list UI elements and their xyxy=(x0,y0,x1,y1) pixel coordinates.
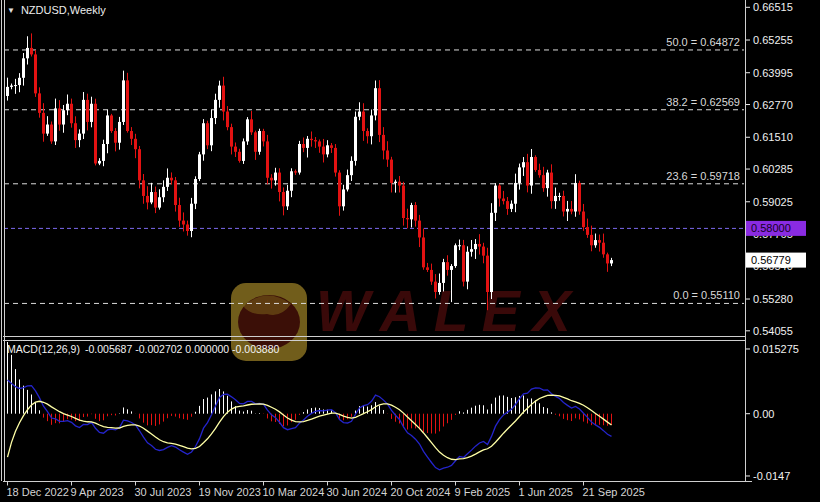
candle-body xyxy=(310,139,313,140)
main-price-panel[interactable]: 50.0 = 0.6487238.2 = 0.6256923.6 = 0.597… xyxy=(4,33,744,310)
candle-body xyxy=(102,144,105,161)
candle-body xyxy=(222,86,225,112)
candle-body xyxy=(526,162,529,185)
candle-body xyxy=(590,235,593,245)
candle-body xyxy=(242,141,245,160)
candle-body xyxy=(210,118,213,145)
candle-body xyxy=(382,135,385,151)
price-axis-label: 0.61510 xyxy=(753,131,793,143)
macd-axis[interactable]: 0.0152750.00-0.0147 xyxy=(746,343,799,482)
candle-body xyxy=(434,282,437,292)
candle-body xyxy=(314,140,317,141)
candle-body xyxy=(466,252,469,282)
candle-body xyxy=(278,173,281,192)
candle-body xyxy=(518,167,521,183)
candle-body xyxy=(486,256,489,292)
candle-body xyxy=(266,141,269,177)
candle-body xyxy=(322,147,325,155)
candle-body xyxy=(134,139,137,149)
candle-body xyxy=(62,110,65,124)
candle-body xyxy=(214,100,217,118)
candle-body xyxy=(66,104,69,110)
horizontal-line-price-text: 0.58000 xyxy=(751,222,791,234)
price-axis-label: 0.66515 xyxy=(753,1,793,13)
candle-body xyxy=(146,196,149,202)
candle-body xyxy=(26,48,29,58)
candle-body xyxy=(22,58,25,77)
candle-body xyxy=(306,139,309,148)
candle-body xyxy=(110,115,113,131)
candle-body xyxy=(58,108,61,124)
candle-body xyxy=(6,87,9,96)
candle-body xyxy=(82,100,85,134)
candle-body xyxy=(238,152,241,161)
candle-body xyxy=(198,154,201,179)
time-axis-label: 30 Jun 2024 xyxy=(327,486,388,498)
candle-body xyxy=(162,187,165,197)
price-axis-label: 0.60285 xyxy=(753,163,793,175)
candle-body xyxy=(270,178,273,181)
candle-body xyxy=(78,134,81,140)
macd-panel[interactable] xyxy=(8,342,612,470)
candle-body xyxy=(182,221,185,225)
candle-body xyxy=(50,125,53,142)
price-axis[interactable]: 0.665150.652550.639950.627700.615100.602… xyxy=(746,1,806,337)
candle-body xyxy=(138,149,141,180)
candle-body xyxy=(186,224,189,230)
candle-body xyxy=(534,157,537,170)
macd-axis-label: -0.0147 xyxy=(753,470,790,482)
candle-body xyxy=(346,175,349,189)
candle-body xyxy=(230,127,233,146)
candle-body xyxy=(446,262,449,270)
candle-body xyxy=(438,283,441,292)
time-axis-label: 18 Dec 2022 xyxy=(7,486,69,498)
price-axis-label: 0.63995 xyxy=(753,67,793,79)
candle-body xyxy=(418,221,421,238)
candle-body xyxy=(582,212,585,228)
time-axis-label: 19 Nov 2023 xyxy=(199,486,261,498)
candle-body xyxy=(274,173,277,181)
candle-body xyxy=(374,88,377,115)
candle-body xyxy=(218,86,221,100)
candle-body xyxy=(506,201,509,209)
candle-body xyxy=(342,189,345,206)
candle-body xyxy=(122,80,125,122)
macd-axis-label: 0.015275 xyxy=(753,343,799,355)
candle-body xyxy=(250,119,253,132)
candle-body xyxy=(166,178,169,187)
candle-body xyxy=(130,131,133,139)
candle-body xyxy=(42,113,45,134)
time-axis-label: 20 Oct 2024 xyxy=(391,486,451,498)
candle-body xyxy=(142,180,145,196)
chart-canvas[interactable]: WALEX 50.0 = 0.6487238.2 = 0.6256923.6 =… xyxy=(0,0,820,502)
candle-body xyxy=(10,86,13,87)
candle-body xyxy=(298,144,301,173)
candle-body xyxy=(258,131,261,152)
candle-body xyxy=(86,100,89,122)
candle-body xyxy=(234,147,237,152)
candle-body xyxy=(538,170,541,175)
time-axis[interactable]: 18 Dec 20229 Apr 202330 Jul 202319 Nov 2… xyxy=(7,482,645,499)
candle-body xyxy=(394,182,397,183)
candle-body xyxy=(490,213,493,292)
candle-body xyxy=(482,247,485,256)
candle-body xyxy=(422,237,425,267)
candle-body xyxy=(290,171,293,190)
symbol-timeframe-label[interactable]: ▼NZDUSD,Weekly xyxy=(7,4,106,17)
price-axis-label: 0.55280 xyxy=(753,293,793,305)
time-axis-label: 10 Mar 2024 xyxy=(263,486,325,498)
candle-body xyxy=(430,270,433,282)
candle-body xyxy=(282,192,285,206)
candle-body xyxy=(74,123,77,140)
candle-body xyxy=(402,186,405,218)
candle-body xyxy=(70,104,73,123)
candle-body xyxy=(358,112,361,117)
watermark: WALEX xyxy=(231,279,584,361)
candle-body xyxy=(586,227,589,235)
dropdown-triangle-icon: ▼ xyxy=(7,5,15,17)
candle-body xyxy=(462,245,465,281)
candle-body xyxy=(574,183,577,212)
candle-body xyxy=(458,245,461,246)
candle-body xyxy=(94,104,97,164)
candle-body xyxy=(442,262,445,283)
